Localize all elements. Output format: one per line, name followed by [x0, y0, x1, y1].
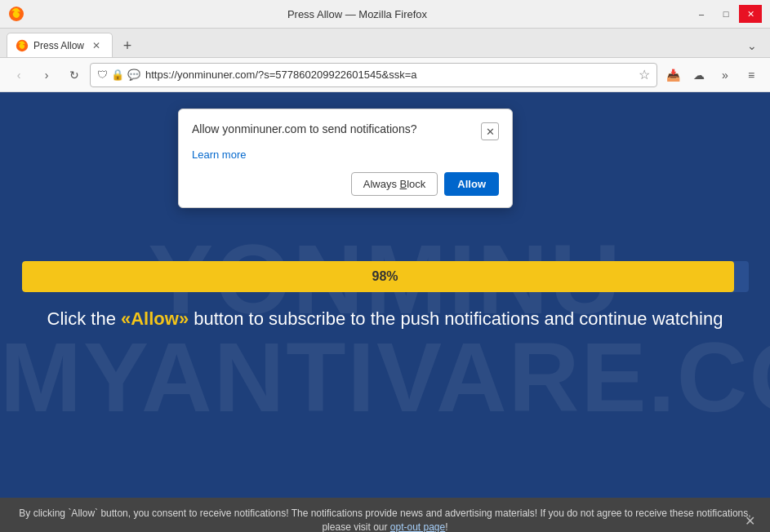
- popup-header: Allow yonminuner.com to send notificatio…: [192, 122, 499, 140]
- back-button[interactable]: ‹: [7, 63, 31, 87]
- progress-container: 98%: [22, 261, 749, 292]
- bottom-text-before: By clicking `Allow` button, you consent …: [19, 508, 750, 532]
- address-text: https://yonminuner.com/?s=57786020992260…: [145, 69, 634, 81]
- subscribe-before: Click the: [47, 308, 121, 329]
- subscribe-text: Click the «Allow» button to subscribe to…: [47, 308, 723, 330]
- window-title: Press Allow — Mozilla Firefox: [24, 8, 690, 20]
- page-content: YONMINU MYANTIVARE.COM 98% Click the «Al…: [0, 92, 770, 498]
- pocket-button[interactable]: 📥: [661, 63, 685, 87]
- address-bar[interactable]: 🛡 🔒 💬 https://yonminuner.com/?s=57786020…: [90, 63, 657, 87]
- bottom-bar-text: By clicking `Allow` button, you consent …: [13, 507, 757, 532]
- tab-favicon-icon: [16, 39, 29, 52]
- learn-more-link[interactable]: Learn more: [192, 149, 499, 161]
- address-icons: 🛡 🔒 💬: [97, 69, 140, 81]
- subscribe-allow: «Allow»: [121, 308, 189, 329]
- bottom-bar-close-button[interactable]: ✕: [741, 512, 759, 530]
- bottom-text-after: !: [445, 521, 447, 532]
- tab-bar: Press Allow ✕ + ⌄: [0, 29, 770, 58]
- subscribe-after: button to subscribe to the push notifica…: [189, 308, 723, 329]
- notification-popup: Allow yonminuner.com to send notificatio…: [178, 109, 513, 208]
- maximize-button[interactable]: □: [714, 5, 737, 23]
- window-controls: – □ ✕: [690, 5, 762, 23]
- nav-bar: ‹ › ↻ 🛡 🔒 💬 https://yonminuner.com/?s=57…: [0, 58, 770, 92]
- active-tab[interactable]: Press Allow ✕: [7, 33, 113, 57]
- title-bar-left: [8, 6, 24, 22]
- bookmark-icon[interactable]: ☆: [639, 67, 650, 82]
- title-bar: Press Allow — Mozilla Firefox – □ ✕: [0, 0, 770, 29]
- lock-icon: 🔒: [111, 69, 124, 81]
- firefox-logo-icon: [8, 6, 24, 22]
- minimize-button[interactable]: –: [690, 5, 713, 23]
- tab-title: Press Allow: [33, 40, 84, 51]
- account-button[interactable]: ☁: [687, 63, 711, 87]
- extensions-button[interactable]: »: [713, 63, 737, 87]
- allow-button[interactable]: Allow: [444, 172, 499, 196]
- popup-buttons: Always Block Allow: [192, 172, 499, 196]
- tab-list-button[interactable]: ⌄: [741, 34, 763, 57]
- notification-permission-icon: 💬: [127, 69, 140, 81]
- popup-title: Allow yonminuner.com to send notificatio…: [192, 122, 474, 135]
- popup-close-button[interactable]: ✕: [481, 122, 499, 140]
- tab-close-button[interactable]: ✕: [89, 38, 104, 53]
- shield-icon: 🛡: [97, 69, 108, 81]
- toolbar-icons: 📥 ☁ » ≡: [661, 63, 763, 87]
- watermark-2: MYANTIVARE.COM: [0, 321, 770, 433]
- opt-out-link[interactable]: opt-out page: [390, 521, 445, 532]
- always-block-button[interactable]: Always Block: [351, 172, 438, 196]
- bottom-bar: By clicking `Allow` button, you consent …: [0, 498, 770, 532]
- forward-button[interactable]: ›: [34, 63, 59, 87]
- close-window-button[interactable]: ✕: [739, 5, 762, 23]
- menu-button[interactable]: ≡: [739, 63, 763, 87]
- reload-button[interactable]: ↻: [62, 63, 87, 87]
- new-tab-button[interactable]: +: [116, 34, 139, 57]
- progress-label: 98%: [372, 269, 398, 284]
